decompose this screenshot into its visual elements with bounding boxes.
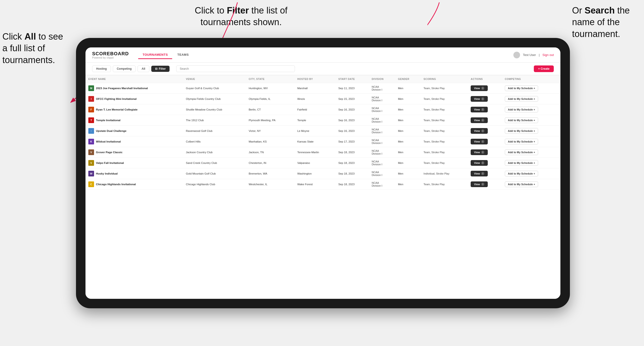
cell-venue: Guyan Golf & Country Club bbox=[183, 83, 246, 94]
cell-competing: Add to My Schedule + bbox=[502, 126, 560, 136]
cell-competing: Add to My Schedule + bbox=[502, 83, 560, 94]
view-button[interactable]: View i bbox=[471, 85, 488, 91]
add-to-schedule-button[interactable]: Add to My Schedule + bbox=[505, 85, 538, 91]
all-tab[interactable]: All bbox=[138, 65, 149, 72]
search-input[interactable] bbox=[176, 65, 295, 72]
cell-start-date: Sep 11, 2023 bbox=[336, 83, 369, 94]
hosting-tab[interactable]: Hosting bbox=[92, 65, 111, 72]
sign-out-link[interactable]: Sign out bbox=[542, 53, 554, 57]
cell-gender: Men bbox=[395, 115, 421, 126]
event-name-text: Valpo Fall Invitational bbox=[96, 162, 124, 164]
cell-venue: Colbert Hills bbox=[183, 136, 246, 147]
cell-hosted-by: Marshall bbox=[294, 83, 336, 94]
table-row: ↑ Upstate Dual Challenge Ravenwood Golf … bbox=[86, 126, 560, 136]
view-button[interactable]: View i bbox=[471, 171, 488, 176]
add-to-schedule-button[interactable]: Add to My Schedule + bbox=[505, 160, 538, 166]
cell-hosted-by: Tennessee-Martin bbox=[294, 147, 336, 158]
filter-bar: Hosting Competing All ⊟ Filter + Create bbox=[86, 63, 560, 75]
view-button[interactable]: View i bbox=[471, 107, 488, 112]
cell-event-name: M 2023 Joe Feaganes Marshall Invitationa… bbox=[86, 83, 183, 94]
cell-city-state: Chesterton, IN bbox=[246, 158, 294, 168]
cell-start-date: Sep 15, 2023 bbox=[336, 94, 369, 104]
team-logo: K bbox=[88, 139, 94, 145]
cell-competing: Add to My Schedule + bbox=[502, 115, 560, 126]
cell-actions: View i bbox=[468, 104, 502, 115]
annotation-all: Click All to seea full list oftournament… bbox=[2, 31, 63, 66]
team-logo: V bbox=[88, 160, 94, 166]
team-logo: ↑ bbox=[88, 128, 94, 134]
add-to-schedule-button[interactable]: Add to My Schedule + bbox=[505, 149, 538, 155]
cell-scoring: Team, Stroke Play bbox=[421, 158, 468, 168]
add-to-schedule-button[interactable]: Add to My Schedule + bbox=[505, 107, 538, 112]
competing-tab[interactable]: Competing bbox=[113, 65, 136, 72]
col-actions: ACTIONS bbox=[468, 75, 502, 83]
cell-scoring: Team, Stroke Play bbox=[421, 147, 468, 158]
view-button[interactable]: View i bbox=[471, 139, 488, 145]
create-button[interactable]: + Create bbox=[534, 65, 554, 72]
col-scoring: SCORING bbox=[421, 75, 468, 83]
cell-scoring: Team, Stroke Play bbox=[421, 136, 468, 147]
cell-start-date: Sep 16, 2023 bbox=[336, 115, 369, 126]
cell-start-date: Sep 18, 2023 bbox=[336, 179, 369, 190]
cell-event-name: I OFCC Fighting Illini Invitational bbox=[86, 94, 183, 104]
view-button[interactable]: View i bbox=[471, 149, 488, 155]
add-to-schedule-button[interactable]: Add to My Schedule + bbox=[505, 171, 538, 176]
cell-division: NCAADivision I bbox=[369, 94, 395, 104]
cell-actions: View i bbox=[468, 126, 502, 136]
cell-gender: Men bbox=[395, 136, 421, 147]
cell-actions: View i bbox=[468, 94, 502, 104]
cell-scoring: Team, Stroke Play bbox=[421, 126, 468, 136]
view-button[interactable]: View i bbox=[471, 117, 488, 123]
nav-tabs: TOURNAMENTS TEAMS bbox=[138, 51, 514, 59]
add-to-schedule-button[interactable]: Add to My Schedule + bbox=[505, 117, 538, 123]
info-icon: i bbox=[481, 108, 484, 111]
team-logo: F bbox=[88, 107, 94, 112]
col-hosted-by: HOSTED BY bbox=[294, 75, 336, 83]
view-button[interactable]: View i bbox=[471, 160, 488, 166]
cell-gender: Men bbox=[395, 158, 421, 168]
cell-start-date: Sep 17, 2023 bbox=[336, 136, 369, 147]
cell-city-state: Olympia Fields, IL bbox=[246, 94, 294, 104]
logo-sub: Powered by clippd bbox=[92, 56, 129, 59]
table-header-row: EVENT NAME VENUE CITY, STATE HOSTED BY S… bbox=[86, 75, 560, 83]
add-to-schedule-button[interactable]: Add to My Schedule + bbox=[505, 139, 538, 145]
cell-hosted-by: Washington bbox=[294, 168, 336, 179]
cell-competing: Add to My Schedule + bbox=[502, 179, 560, 190]
table-row: V Grover Page Classic Jackson Country Cl… bbox=[86, 147, 560, 158]
event-name-text: Chicago Highlands Invitational bbox=[96, 183, 136, 186]
cell-actions: View i bbox=[468, 179, 502, 190]
event-name-text: Ryan T. Lee Memorial Collegiate bbox=[96, 108, 138, 111]
event-name-text: OFCC Fighting Illini Invitational bbox=[96, 97, 136, 100]
add-to-schedule-button[interactable]: Add to My Schedule + bbox=[505, 181, 538, 187]
table-row: M 2023 Joe Feaganes Marshall Invitationa… bbox=[86, 83, 560, 94]
cell-hosted-by: Le Moyne bbox=[294, 126, 336, 136]
add-to-schedule-button[interactable]: Add to My Schedule + bbox=[505, 128, 538, 134]
nav-tab-teams[interactable]: TEAMS bbox=[173, 51, 193, 59]
cell-city-state: Manhattan, KS bbox=[246, 136, 294, 147]
cell-actions: View i bbox=[468, 168, 502, 179]
view-button[interactable]: View i bbox=[471, 128, 488, 134]
nav-tab-tournaments[interactable]: TOURNAMENTS bbox=[138, 51, 172, 59]
tablet-screen: SCOREBOARD Powered by clippd TOURNAMENTS… bbox=[86, 47, 560, 299]
col-division: DIVISION bbox=[369, 75, 395, 83]
cell-city-state: Huntington, WV bbox=[246, 83, 294, 94]
view-button[interactable]: View i bbox=[471, 181, 488, 187]
cell-gender: Men bbox=[395, 168, 421, 179]
cell-start-date: Sep 16, 2023 bbox=[336, 126, 369, 136]
filter-icon: ⊟ bbox=[155, 67, 158, 70]
annotation-search: Or Search thename of thetournament. bbox=[572, 5, 630, 40]
cell-hosted-by: Wake Forest bbox=[294, 179, 336, 190]
cell-division: NCAADivision I bbox=[369, 179, 395, 190]
table-row: I OFCC Fighting Illini Invitational Olym… bbox=[86, 94, 560, 104]
view-button[interactable]: View i bbox=[471, 96, 488, 102]
cell-division: NCAADivision I bbox=[369, 126, 395, 136]
cell-venue: Sand Creek Country Club bbox=[183, 158, 246, 168]
add-to-schedule-button[interactable]: Add to My Schedule + bbox=[505, 96, 538, 102]
col-venue: VENUE bbox=[183, 75, 246, 83]
cell-event-name: K Wildcat Invitational bbox=[86, 136, 183, 147]
team-logo: C bbox=[88, 181, 94, 187]
table-container: EVENT NAME VENUE CITY, STATE HOSTED BY S… bbox=[86, 75, 560, 299]
team-logo: I bbox=[88, 96, 94, 102]
filter-button[interactable]: ⊟ Filter bbox=[151, 66, 170, 72]
cell-start-date: Sep 18, 2023 bbox=[336, 147, 369, 158]
